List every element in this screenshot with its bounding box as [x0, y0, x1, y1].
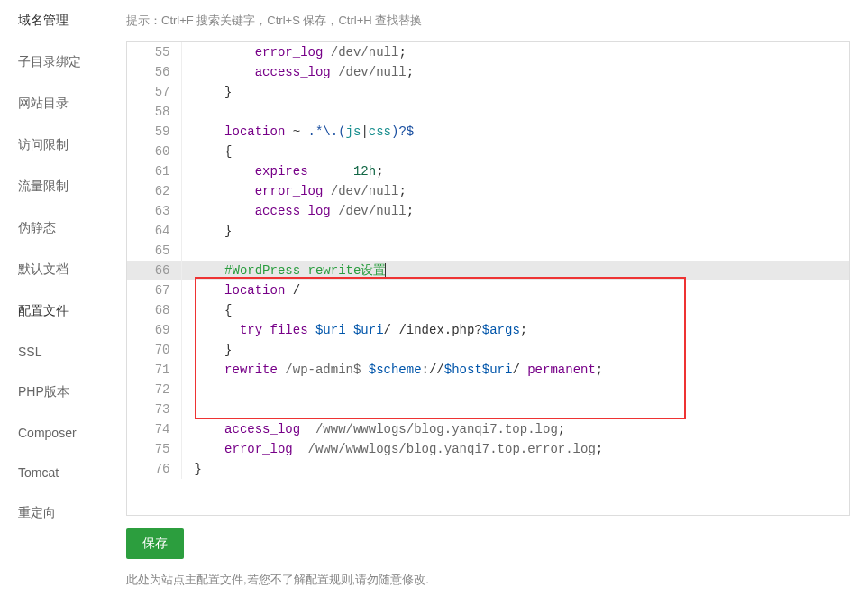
line-number: 76 [127, 459, 181, 479]
save-button[interactable]: 保存 [126, 528, 184, 559]
code-line[interactable] [181, 241, 849, 261]
code-line[interactable]: expires 12h; [181, 161, 849, 181]
code-line[interactable]: rewrite /wp-admin$ $scheme://$host$uri/ … [181, 360, 849, 380]
sidebar-item[interactable]: Tomcat [0, 453, 108, 492]
line-number: 75 [127, 439, 181, 459]
line-number: 72 [127, 380, 181, 400]
code-line[interactable] [181, 400, 849, 419]
sidebar-item[interactable]: 子目录绑定 [0, 41, 108, 83]
sidebar-item[interactable]: SSL [0, 332, 108, 372]
editor-scroll[interactable]: 55 error_log /dev/null;56 access_log /de… [127, 42, 849, 515]
line-number: 74 [127, 419, 181, 439]
code-line[interactable]: access_log /dev/null; [181, 201, 849, 221]
line-number: 57 [127, 82, 181, 102]
sidebar-item[interactable]: 默认文档 [0, 249, 108, 290]
code-line[interactable]: error_log /www/wwwlogs/blog.yanqi7.top.e… [181, 439, 849, 459]
line-number: 70 [127, 340, 181, 360]
code-line[interactable]: } [181, 340, 849, 360]
sidebar-item[interactable]: 伪静态 [0, 207, 108, 249]
line-number: 69 [127, 320, 181, 340]
sidebar-item[interactable]: 流量限制 [0, 166, 108, 207]
code-line[interactable]: error_log /dev/null; [181, 42, 849, 62]
code-content[interactable]: 55 error_log /dev/null;56 access_log /de… [127, 42, 849, 479]
config-warning: 此处为站点主配置文件,若您不了解配置规则,请勿随意修改. [126, 572, 850, 588]
main-panel: 提示：Ctrl+F 搜索关键字，Ctrl+S 保存，Ctrl+H 查找替换 55… [108, 0, 868, 597]
line-number: 65 [127, 241, 181, 261]
sidebar-item[interactable]: 重定向 [0, 492, 108, 534]
line-number: 58 [127, 102, 181, 122]
site-sidebar: 域名管理子目录绑定网站目录访问限制流量限制伪静态默认文档配置文件SSLPHP版本… [0, 0, 108, 597]
sidebar-item[interactable]: PHP版本 [0, 372, 108, 413]
line-number: 59 [127, 122, 181, 142]
code-line[interactable]: { [181, 300, 849, 320]
line-number: 60 [127, 142, 181, 161]
line-number: 67 [127, 280, 181, 300]
line-number: 61 [127, 161, 181, 181]
line-number: 64 [127, 221, 181, 241]
sidebar-item[interactable]: 域名管理 [0, 0, 108, 41]
code-line[interactable]: error_log /dev/null; [181, 181, 849, 201]
line-number: 66 [127, 261, 181, 280]
line-number: 62 [127, 181, 181, 201]
sidebar-item[interactable]: 网站目录 [0, 83, 108, 124]
line-number: 63 [127, 201, 181, 221]
code-line[interactable]: { [181, 142, 849, 161]
code-line[interactable] [181, 380, 849, 400]
code-line[interactable]: } [181, 82, 849, 102]
config-editor[interactable]: 55 error_log /dev/null;56 access_log /de… [126, 41, 850, 516]
code-line[interactable] [181, 102, 849, 122]
sidebar-item[interactable]: 配置文件 [0, 290, 108, 332]
line-number: 73 [127, 400, 181, 419]
line-number: 56 [127, 62, 181, 82]
code-line[interactable]: #WordPress rewrite设置 [181, 261, 849, 280]
sidebar-item[interactable]: 访问限制 [0, 124, 108, 166]
sidebar-item[interactable]: Composer [0, 413, 108, 453]
code-line[interactable]: location ~ .*\.(js|css)?$ [181, 122, 849, 142]
line-number: 55 [127, 42, 181, 62]
code-line[interactable]: access_log /dev/null; [181, 62, 849, 82]
code-line[interactable]: location / [181, 280, 849, 300]
code-line[interactable]: access_log /www/wwwlogs/blog.yanqi7.top.… [181, 419, 849, 439]
line-number: 68 [127, 300, 181, 320]
line-number: 71 [127, 360, 181, 380]
code-line[interactable]: } [181, 221, 849, 241]
code-line[interactable]: try_files $uri $uri/ /index.php?$args; [181, 320, 849, 340]
editor-hint: 提示：Ctrl+F 搜索关键字，Ctrl+S 保存，Ctrl+H 查找替换 [126, 9, 850, 32]
code-line[interactable]: } [181, 459, 849, 479]
